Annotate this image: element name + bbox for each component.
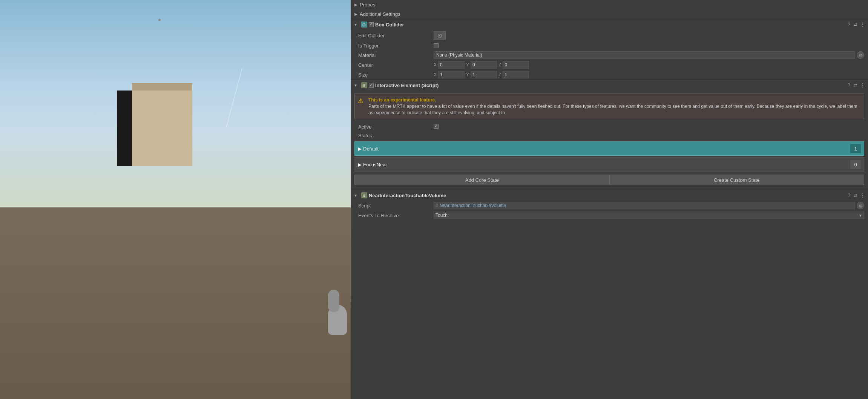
center-dot <box>158 19 161 21</box>
events-to-receive-dropdown[interactable]: Touch ▼ <box>434 212 864 219</box>
interactive-element-left-icons: ▼ # Interactive Element (Script) <box>354 82 848 88</box>
size-label: Size <box>358 72 434 78</box>
active-row: Active <box>351 122 868 131</box>
interactive-element-settings-icon[interactable]: ⇄ <box>853 83 857 88</box>
size-x-label: X <box>434 72 437 77</box>
material-field-text: None (Physic Material) <box>436 52 482 58</box>
additional-settings-arrow-icon: ▶ <box>354 12 357 16</box>
interactive-element-component: ▼ # Interactive Element (Script) ? ⇄ ⋮ ⚠… <box>351 80 868 188</box>
hand-cursor <box>321 290 347 342</box>
near-interaction-left-icons: ▼ # NearInteractionTouchableVolume <box>354 192 848 198</box>
ground-plane <box>0 207 351 399</box>
size-z-label: Z <box>498 72 501 77</box>
add-core-state-button[interactable]: Add Core State <box>354 175 609 185</box>
size-row: Size X 1 Y 1 Z 1 <box>351 70 868 80</box>
near-interaction-header: ▼ # NearInteractionTouchableVolume ? ⇄ ⋮ <box>351 190 868 201</box>
active-label: Active <box>358 124 434 130</box>
add-core-state-label: Add Core State <box>465 177 499 183</box>
events-to-receive-label: Events To Receive <box>358 213 434 218</box>
interactive-element-hash-icon: # <box>361 82 367 88</box>
near-interaction-settings-icon[interactable]: ⇄ <box>853 193 857 198</box>
near-interaction-hash-icon: # <box>361 192 367 198</box>
inspector-panel: ▶ Probes ▶ Additional Settings ▼ ⬡ Box C… <box>351 0 868 399</box>
size-x-input[interactable]: 1 <box>438 71 465 78</box>
state-buttons-row: Add Core State Create Custom State <box>354 175 864 185</box>
edit-collider-label: Edit Collider <box>358 33 434 38</box>
box-collider-arrow-icon[interactable]: ▼ <box>354 23 357 27</box>
focus-near-state-name: ▶ FocusNear <box>358 162 850 167</box>
material-field[interactable]: None (Physic Material) <box>434 51 855 59</box>
additional-settings-section[interactable]: ▶ Additional Settings <box>351 9 868 19</box>
states-section-label: States <box>351 131 868 140</box>
box-collider-enabled-checkbox[interactable] <box>369 22 374 27</box>
edit-collider-icon: ⊡ <box>437 32 442 38</box>
3d-cube <box>117 83 192 166</box>
interactive-element-title: Interactive Element (Script) <box>375 83 439 88</box>
active-checkbox[interactable] <box>434 124 439 129</box>
warning-triangle-icon: ⚠ <box>358 97 365 116</box>
probes-label: Probes <box>360 2 375 8</box>
near-script-field[interactable]: # NearInteractionTouchableVolume <box>434 202 855 209</box>
size-z-input[interactable]: 1 <box>503 71 529 78</box>
interactive-element-right-icons: ? ⇄ ⋮ <box>848 82 865 88</box>
interactive-element-arrow-icon[interactable]: ▼ <box>354 83 357 87</box>
near-script-hash-icon: # <box>436 203 438 208</box>
is-trigger-row: Is Trigger <box>351 41 868 50</box>
center-x-input[interactable]: 0 <box>438 61 465 69</box>
default-state-item[interactable]: ▶ Default 1 <box>354 141 864 156</box>
interactive-element-menu-icon[interactable]: ⋮ <box>860 82 865 88</box>
warning-text-content: This is an experimental feature. Parts o… <box>368 97 861 116</box>
events-to-receive-row: Events To Receive Touch ▼ <box>351 210 868 220</box>
cube-top-face <box>132 83 192 91</box>
near-interaction-help-icon[interactable]: ? <box>848 193 850 198</box>
warning-title: This is an experimental feature. <box>368 97 436 103</box>
focus-near-state-label: FocusNear <box>363 162 387 167</box>
box-collider-title: Box Collider <box>375 22 404 28</box>
focus-near-state-item[interactable]: ▶ FocusNear 0 <box>354 157 864 172</box>
center-y-input[interactable]: 0 <box>471 61 497 69</box>
center-y-label: Y <box>466 62 469 68</box>
default-state-label: Default <box>363 146 379 152</box>
box-collider-icon: ⬡ <box>361 21 367 28</box>
size-value: X 1 Y 1 Z 1 <box>434 71 864 78</box>
focus-near-arrow-icon: ▶ <box>358 162 362 167</box>
material-value: None (Physic Material) ◎ <box>434 51 864 59</box>
center-row: Center X 0 Y 0 Z 0 <box>351 60 868 70</box>
near-script-field-text: NearInteractionTouchableVolume <box>440 203 506 208</box>
create-custom-state-button[interactable]: Create Custom State <box>609 175 865 185</box>
box-collider-header: ▼ ⬡ Box Collider ? ⇄ ⋮ <box>351 19 868 30</box>
events-to-receive-text: Touch <box>436 213 448 218</box>
default-state-name: ▶ Default <box>358 146 850 152</box>
is-trigger-value <box>434 43 864 48</box>
events-to-receive-value: Touch ▼ <box>434 212 864 219</box>
scene-viewport[interactable] <box>0 0 351 399</box>
near-script-select-button[interactable]: ◎ <box>857 202 864 209</box>
probes-section[interactable]: ▶ Probes <box>351 0 868 9</box>
near-interaction-right-icons: ? ⇄ ⋮ <box>848 192 865 198</box>
interactive-element-help-icon[interactable]: ? <box>848 83 850 88</box>
material-select-button[interactable]: ◎ <box>857 51 864 59</box>
size-y-input[interactable]: 1 <box>471 71 497 78</box>
cube-front-face <box>132 91 192 166</box>
edit-collider-row: Edit Collider ⊡ <box>351 30 868 41</box>
box-collider-left-icons: ▼ ⬡ Box Collider <box>354 21 848 28</box>
near-interaction-arrow-icon[interactable]: ▼ <box>354 193 357 198</box>
default-state-count: 1 <box>850 144 861 153</box>
cube-left-face <box>117 91 133 166</box>
interactive-element-enabled-checkbox[interactable] <box>369 83 374 88</box>
center-z-label: Z <box>498 62 501 68</box>
center-x-label: X <box>434 62 437 68</box>
focus-near-state-count: 0 <box>850 160 861 169</box>
center-z-input[interactable]: 0 <box>503 61 529 69</box>
events-to-receive-arrow-icon: ▼ <box>859 213 862 218</box>
edit-collider-button[interactable]: ⊡ <box>434 31 446 40</box>
active-value <box>434 124 439 130</box>
is-trigger-checkbox[interactable] <box>434 43 439 48</box>
box-collider-help-icon[interactable]: ? <box>848 22 850 27</box>
box-collider-menu-icon[interactable]: ⋮ <box>860 21 865 28</box>
near-interaction-title: NearInteractionTouchableVolume <box>369 193 446 198</box>
box-collider-settings-icon[interactable]: ⇄ <box>853 22 857 27</box>
material-row: Material None (Physic Material) ◎ <box>351 50 868 60</box>
near-interaction-menu-icon[interactable]: ⋮ <box>860 192 865 198</box>
box-collider-right-icons: ? ⇄ ⋮ <box>848 21 865 28</box>
